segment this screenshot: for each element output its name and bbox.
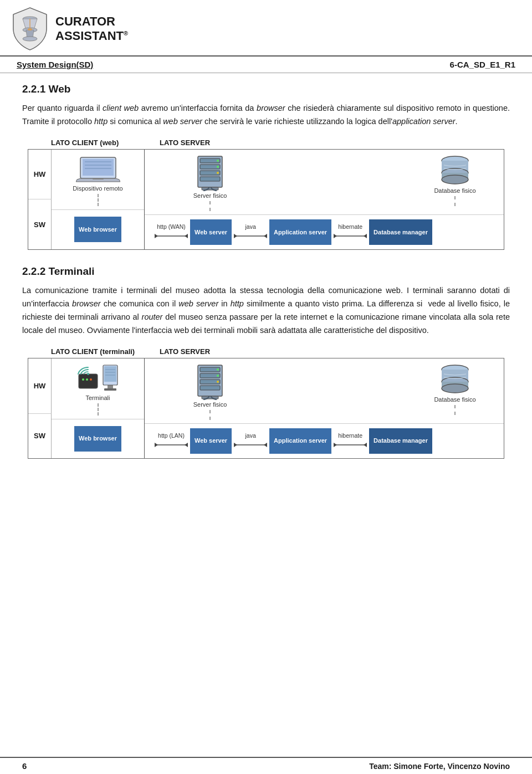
d2-db-manager: Database manager	[369, 428, 432, 454]
d1-server-label: LATO SERVER	[160, 139, 210, 147]
d2-http-connector: http (LAN)	[154, 432, 189, 450]
svg-marker-30	[264, 234, 267, 238]
footer-team: Team: Simone Forte, Vincenzo Novino	[369, 762, 510, 771]
section-222-heading: 2.2.2 Terminali	[22, 265, 510, 278]
svg-marker-32	[334, 234, 337, 238]
footer: 6 Team: Simone Forte, Vincenzo Novino	[0, 757, 532, 774]
d2-server-physical-label: Server fisico	[193, 401, 227, 408]
svg-marker-65	[264, 443, 267, 447]
d1-java-arrow	[233, 231, 268, 241]
section-221-text: Per quanto riguarda il client web avremo…	[22, 102, 510, 129]
svg-point-17	[217, 166, 219, 168]
main-content: 2.2.1 Web Per quanto riguarda il client …	[0, 83, 532, 459]
d2-db-physical-icon	[438, 364, 472, 395]
d1-db-manager: Database manager	[369, 219, 432, 245]
footer-team-members: Simone Forte, Vincenzo Novino	[393, 762, 510, 771]
d2-hibernate-arrow	[332, 440, 368, 450]
footer-page-number: 6	[22, 761, 27, 771]
svg-rect-15	[200, 177, 220, 181]
d2-server-physical-icon	[193, 364, 227, 400]
svg-point-59	[442, 384, 468, 393]
logo-line2: ASSISTANT	[55, 29, 124, 43]
d2-server-label: LATO SERVER	[160, 347, 210, 356]
section-222-text: La comunicazione tramite i terminali del…	[22, 284, 510, 337]
d2-hibernate-connector: hibernate	[332, 432, 368, 450]
svg-point-36	[82, 378, 84, 381]
svg-marker-26	[155, 234, 158, 238]
d1-web-browser: Web browser	[74, 217, 121, 242]
d1-sw-label: SW	[28, 199, 52, 249]
svg-point-38	[90, 378, 92, 381]
svg-marker-62	[185, 443, 188, 447]
d2-http-arrow	[154, 440, 189, 450]
d2-hw-label: HW	[28, 358, 52, 414]
wifi-device-icon	[78, 365, 99, 392]
svg-point-53	[217, 381, 219, 383]
d2-web-server: Web server	[190, 428, 232, 454]
d2-client-label: LATO CLIENT (terminali)	[51, 347, 154, 356]
logo-registered: ®	[124, 30, 128, 37]
logo-area: CURATOR ASSISTANT®	[11, 7, 128, 51]
db-physical-icon	[438, 155, 472, 186]
svg-point-35	[87, 373, 89, 375]
d1-client-device-label: Dispositivo remoto	[73, 185, 122, 192]
diagram1: LATO CLIENT (web) LATO SERVER HW SW	[28, 139, 504, 250]
svg-marker-64	[234, 443, 237, 447]
doc-ref: 6-CA_SD_E1_R1	[450, 60, 515, 69]
d2-java-arrow	[233, 440, 268, 450]
d1-hibernate-label: hibernate	[338, 223, 362, 230]
d2-client-device-label: Terminali	[85, 394, 110, 401]
d2-app-server: Application server	[269, 428, 331, 454]
d1-server-physical-label: Server fisico	[193, 192, 227, 199]
header: CURATOR ASSISTANT®	[0, 0, 532, 57]
svg-marker-68	[364, 443, 367, 447]
d2-hibernate-label: hibernate	[338, 432, 362, 439]
diagram2: LATO CLIENT (terminali) LATO SERVER HW S…	[28, 347, 504, 459]
d1-hw-label: HW	[28, 150, 52, 200]
svg-rect-54	[202, 396, 218, 399]
svg-rect-40	[104, 388, 116, 391]
svg-point-51	[217, 368, 219, 371]
svg-marker-27	[185, 234, 188, 238]
svg-marker-61	[155, 443, 158, 447]
d2-http-label: http (LAN)	[158, 432, 185, 439]
section-221-heading: 2.2.1 Web	[22, 83, 510, 95]
svg-point-24	[442, 175, 468, 184]
svg-rect-42	[104, 366, 116, 382]
d1-web-server: Web server	[190, 219, 232, 245]
d2-java-label: java	[245, 432, 255, 439]
d1-java-label: java	[245, 223, 255, 230]
d1-http-arrow	[154, 231, 189, 241]
d1-hibernate-connector: hibernate	[332, 223, 368, 241]
laptop-icon	[76, 155, 120, 184]
kiosk-icon	[102, 364, 119, 392]
svg-marker-67	[334, 443, 337, 447]
d1-hibernate-arrow	[332, 231, 368, 241]
doc-title: System Design(SD)	[17, 60, 93, 69]
svg-point-16	[217, 160, 219, 162]
d2-web-browser: Web browser	[74, 426, 121, 452]
svg-point-18	[217, 172, 219, 174]
server-physical-icon	[193, 155, 227, 191]
d1-http-connector: http (WAN)	[154, 223, 189, 241]
svg-rect-19	[202, 187, 218, 190]
d1-http-label: http (WAN)	[157, 223, 186, 230]
d1-java-connector: java	[233, 223, 268, 241]
svg-marker-29	[234, 234, 237, 238]
svg-point-37	[86, 378, 88, 381]
d2-java-connector: java	[233, 432, 268, 450]
svg-rect-34	[79, 374, 98, 388]
d1-client-label: LATO CLIENT (web)	[51, 139, 154, 147]
logo-line1: CURATOR	[55, 14, 115, 28]
logo-icon	[11, 7, 49, 51]
d2-db-physical-label: Database fisico	[434, 396, 475, 403]
logo-text: CURATOR ASSISTANT®	[55, 14, 128, 44]
svg-rect-10	[93, 178, 104, 180]
d1-app-server: Application server	[269, 219, 331, 245]
svg-marker-33	[364, 234, 367, 238]
svg-point-2	[23, 37, 37, 41]
doc-header: System Design(SD) 6-CA_SD_E1_R1	[0, 57, 532, 73]
d1-db-physical-label: Database fisico	[434, 187, 475, 194]
d2-sw-label: SW	[28, 414, 52, 458]
footer-team-label: Team:	[369, 762, 391, 771]
